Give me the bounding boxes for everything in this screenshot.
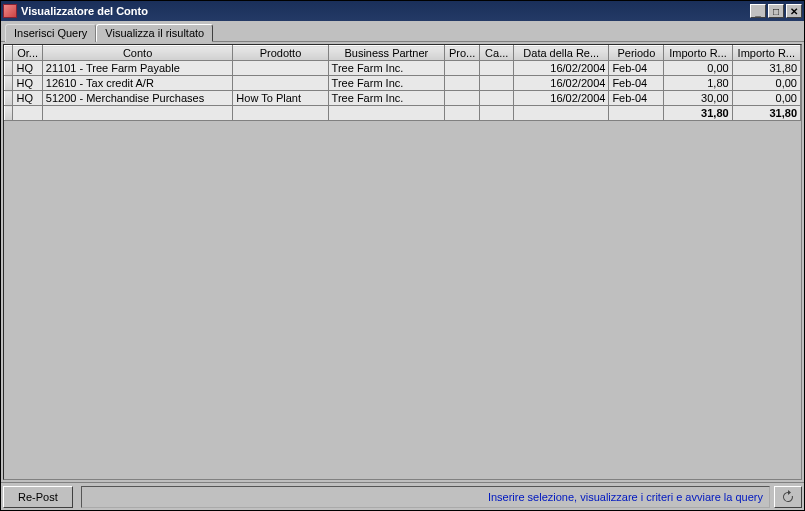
tab-visualizza-risultato[interactable]: Visualizza il risultato — [96, 24, 213, 42]
cell-conto: 51200 - Merchandise Purchases — [42, 91, 233, 106]
cell-data: 16/02/2004 — [514, 76, 609, 91]
cell-ca — [480, 76, 514, 91]
results-table: Or... Conto Prodotto Business Partner Pr… — [4, 45, 801, 121]
tabs-bar: Inserisci Query Visualizza il risultato — [1, 21, 804, 42]
cell-partner: Tree Farm Inc. — [328, 61, 444, 76]
cell-imp1: 0,00 — [664, 61, 732, 76]
table-header-row: Or... Conto Prodotto Business Partner Pr… — [5, 46, 801, 61]
col-partner[interactable]: Business Partner — [328, 46, 444, 61]
close-button[interactable]: ✕ — [786, 4, 802, 18]
results-table-container[interactable]: Or... Conto Prodotto Business Partner Pr… — [3, 44, 802, 480]
cell-pro — [445, 61, 480, 76]
table-row[interactable]: HQ51200 - Merchandise PurchasesHow To Pl… — [5, 91, 801, 106]
row-header — [5, 76, 13, 91]
table-total-row: 31,8031,80 — [5, 106, 801, 121]
cell-prodotto — [233, 61, 328, 76]
app-icon — [3, 4, 17, 18]
cell-conto: 21101 - Tree Farm Payable — [42, 61, 233, 76]
footer: Re-Post Inserire selezione, visualizzare… — [1, 482, 804, 510]
status-message: Inserire selezione, visualizzare i crite… — [81, 486, 770, 508]
cell-periodo: Feb-04 — [609, 61, 664, 76]
col-conto[interactable]: Conto — [42, 46, 233, 61]
row-header-corner — [5, 46, 13, 61]
cell-org: HQ — [13, 91, 42, 106]
cell-imp2: 0,00 — [732, 76, 800, 91]
col-imp2[interactable]: Importo R... — [732, 46, 800, 61]
col-data[interactable]: Data della Re... — [514, 46, 609, 61]
cell-imp1: 30,00 — [664, 91, 732, 106]
cell-prodotto: How To Plant — [233, 91, 328, 106]
cell-pro — [445, 91, 480, 106]
cell-imp2: 0,00 — [732, 91, 800, 106]
cell-org: HQ — [13, 76, 42, 91]
row-header — [5, 61, 13, 76]
maximize-button[interactable]: □ — [768, 4, 784, 18]
cell-periodo: Feb-04 — [609, 91, 664, 106]
row-header — [5, 91, 13, 106]
col-prodotto[interactable]: Prodotto — [233, 46, 328, 61]
refresh-button[interactable] — [774, 486, 802, 508]
cell-data: 16/02/2004 — [514, 61, 609, 76]
cell-data: 16/02/2004 — [514, 91, 609, 106]
total-imp1: 31,80 — [664, 106, 732, 121]
table-row[interactable]: HQ21101 - Tree Farm PayableTree Farm Inc… — [5, 61, 801, 76]
window: Visualizzatore del Conto _ □ ✕ Inserisci… — [0, 0, 805, 511]
tab-inserisci-query[interactable]: Inserisci Query — [5, 24, 96, 42]
refresh-icon — [781, 490, 795, 504]
cell-org: HQ — [13, 61, 42, 76]
minimize-button[interactable]: _ — [750, 4, 766, 18]
cell-ca — [480, 91, 514, 106]
row-header — [5, 106, 13, 121]
total-imp2: 31,80 — [732, 106, 800, 121]
cell-ca — [480, 61, 514, 76]
window-title: Visualizzatore del Conto — [21, 5, 748, 17]
col-org[interactable]: Or... — [13, 46, 42, 61]
col-periodo[interactable]: Periodo — [609, 46, 664, 61]
col-ca[interactable]: Ca... — [480, 46, 514, 61]
cell-partner: Tree Farm Inc. — [328, 76, 444, 91]
col-pro[interactable]: Pro... — [445, 46, 480, 61]
cell-conto: 12610 - Tax credit A/R — [42, 76, 233, 91]
col-imp1[interactable]: Importo R... — [664, 46, 732, 61]
cell-prodotto — [233, 76, 328, 91]
cell-pro — [445, 76, 480, 91]
table-row[interactable]: HQ12610 - Tax credit A/RTree Farm Inc.16… — [5, 76, 801, 91]
cell-partner: Tree Farm Inc. — [328, 91, 444, 106]
titlebar: Visualizzatore del Conto _ □ ✕ — [1, 1, 804, 21]
cell-imp2: 31,80 — [732, 61, 800, 76]
repost-button[interactable]: Re-Post — [3, 486, 73, 508]
content-area: Or... Conto Prodotto Business Partner Pr… — [1, 42, 804, 482]
cell-imp1: 1,80 — [664, 76, 732, 91]
cell-periodo: Feb-04 — [609, 76, 664, 91]
